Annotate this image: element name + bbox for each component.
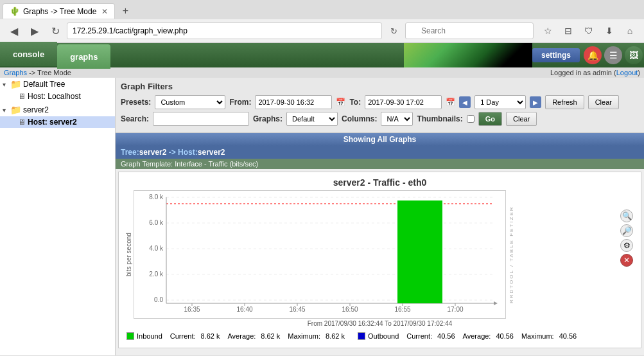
time-back-button[interactable]: ◀ [459,96,471,108]
server-icon-localhost: 🖥 [18,92,26,101]
sidebar-default-tree-label: Default Tree [23,80,65,89]
address-bar[interactable] [67,22,382,39]
go-button[interactable]: Go [478,112,502,126]
delete-graph-button[interactable]: ✕ [620,254,633,267]
tree-path-host-prefix: Host: [178,148,198,157]
y-axis-label: bits per second [124,190,134,319]
thumbnails-checkbox[interactable] [467,115,474,123]
zoom-out-button[interactable]: 🔎 [620,224,633,237]
sidebar: ▾ 📁 Default Tree 🖥 Host: Localhost ▾ 📁 s… [0,78,116,355]
svg-text:16:35: 16:35 [184,306,200,313]
showing-banner: Showing All Graphs [116,133,644,146]
app-nav: console graphs [0,42,110,69]
svg-text:16:40: 16:40 [236,306,252,313]
zoom-in-button[interactable]: 🔍 [620,209,633,222]
tree-path-arrow: -> [169,148,176,157]
graphs-select[interactable]: Default [286,112,338,126]
tree-path-prefix: Tree: [121,148,139,157]
breadcrumb-bar: Graphs -> Tree Mode Logged in as admin (… [0,67,644,78]
app-header: console graphs settings 🔔 ☰ 🖼 [0,43,644,67]
inbound-maximum-val: 8.62 k [326,332,345,340]
timespan-select[interactable]: 1 Day [474,95,526,109]
svg-text:8.0 k: 8.0 k [149,193,164,200]
to-input[interactable] [365,95,442,109]
nav-bar: ◀ ▶ ↻ ↻ 🔍 ☆ ⊟ 🛡 ⬇ ⌂ [0,19,644,42]
inbound-average-label: Average: [227,332,256,340]
reader-icon[interactable]: ⊟ [559,22,577,40]
from-label: From: [229,98,251,107]
logout-link[interactable]: Logout [616,69,638,76]
graph-svg: 8.0 k 6.0 k 4.0 k 2.0 k 0.0 16:35 16:40 … [134,190,506,319]
graph-template-prefix: Graph Template: [121,160,173,168]
sidebar-host-server2[interactable]: 🖥 Host: server2 [0,116,115,128]
columns-label: Columns: [342,114,377,123]
tree-path-name: server2 [139,148,167,157]
tab-close-button[interactable]: ✕ [101,7,108,16]
sidebar-tree-default[interactable]: ▾ 📁 Default Tree [0,78,115,91]
filters-title: Graph Filters [121,82,639,91]
clear-button-filter1[interactable]: Clear [588,95,619,109]
outbound-average-label: Average: [463,332,491,340]
tab-title: Graphs -> Tree Mode [23,7,96,16]
bookmark-icon[interactable]: ☆ [539,22,557,40]
sidebar-tree-server2[interactable]: ▾ 📁 server2 [0,103,115,116]
clear-button-filter2[interactable]: Clear [506,112,537,126]
filter-row-1: Presets: Custom From: 📅 To: 📅 ◀ 1 Day ▶ … [121,95,639,109]
graph-legend: Inbound Current: 8.62 k Average: 8.62 k … [124,330,636,343]
svg-text:16:55: 16:55 [394,306,410,313]
outbound-current-label: Current: [406,332,432,340]
rrdtool-label: RRDTOOL / TABLE FETIZER [509,190,514,319]
download-icon[interactable]: ⬇ [600,22,618,40]
svg-text:16:45: 16:45 [289,306,305,313]
back-button[interactable]: ◀ [5,22,23,40]
inbound-maximum-label: Maximum: [288,332,320,340]
svg-text:0.0: 0.0 [154,296,163,303]
refresh-button[interactable]: ↻ [46,22,64,40]
outbound-maximum-label: Maximum: [521,332,554,340]
content-area: Graph Filters Presets: Custom From: 📅 To… [116,78,644,355]
menu-button[interactable]: ☰ [604,46,622,64]
user-button[interactable]: 🖼 [625,46,643,64]
to-calendar-icon[interactable]: 📅 [446,98,455,107]
forward-button[interactable]: ▶ [26,22,44,40]
folder-icon-server2: 📁 [10,105,21,115]
nav-icons: ☆ ⊟ 🛡 ⬇ ⌂ [539,22,639,40]
outbound-average-val: 40.56 [496,332,514,340]
tree-arrow-default: ▾ [3,81,10,88]
presets-select[interactable]: Custom [155,95,225,109]
home-icon[interactable]: ⌂ [621,22,639,40]
columns-select[interactable]: N/A [381,112,413,126]
tree-path-host-name: server2 [198,148,225,157]
outbound-label: Outbound [368,332,399,340]
settings-graph-button[interactable]: ⚙ [620,239,633,252]
graph-from-to: From 2017/09/30 16:32:44 To 2017/09/30 1… [124,320,636,327]
tab-bar: 🌵 Graphs -> Tree Mode ✕ + [0,0,644,19]
graph-tools: 🔍 🔎 ⚙ ✕ [620,209,633,267]
server-icon-server2: 🖥 [18,118,26,127]
svg-text:2.0 k: 2.0 k [149,271,164,278]
browser-search-input[interactable] [405,22,534,39]
breadcrumb: Graphs -> Tree Mode [4,69,71,76]
tab-favicon: 🌵 [10,6,20,16]
svg-text:16:50: 16:50 [342,306,358,313]
inbound-average-val: 8.62 k [261,332,280,340]
refresh-button-filter[interactable]: Refresh [545,95,584,109]
new-tab-button[interactable]: + [117,3,133,19]
breadcrumb-graphs-link[interactable]: Graphs [4,69,27,76]
sidebar-host-localhost[interactable]: 🖥 Host: Localhost [0,91,115,102]
notifications-button[interactable]: 🔔 [584,46,602,64]
svg-text:4.0 k: 4.0 k [149,245,164,252]
graphs-nav-button[interactable]: graphs [57,44,110,69]
search-input[interactable] [153,112,249,126]
reload-button[interactable]: ↻ [385,22,403,40]
legend-inbound: Inbound Current: 8.62 k Average: 8.62 k … [126,332,345,340]
console-nav-button[interactable]: console [0,42,57,66]
from-input[interactable] [255,95,332,109]
settings-button[interactable]: settings [532,48,580,62]
svg-rect-20 [397,200,442,303]
from-calendar-icon[interactable]: 📅 [336,98,345,107]
time-forward-button[interactable]: ▶ [530,96,541,108]
shield-icon[interactable]: 🛡 [580,22,598,40]
outbound-maximum-val: 40.56 [559,332,577,340]
active-tab[interactable]: 🌵 Graphs -> Tree Mode ✕ [3,3,115,19]
